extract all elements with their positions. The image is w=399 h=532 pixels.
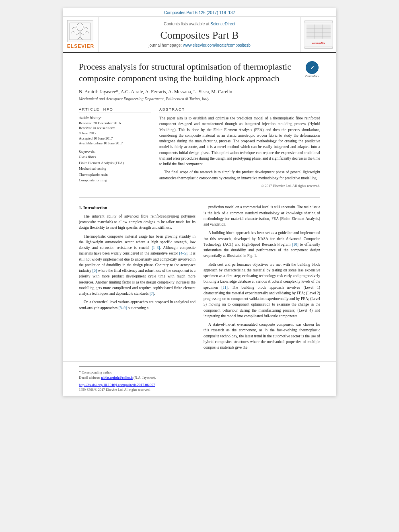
sciencedirect-label: Contents lists available at bbox=[164, 22, 209, 26]
crossmark-icon: ✓ bbox=[306, 61, 319, 74]
article-info-block: Article history: Received 20 December 20… bbox=[79, 115, 151, 183]
ref-6[interactable]: [6] bbox=[93, 269, 97, 273]
keyword-4: Thermoplastic resin bbox=[79, 172, 151, 177]
homepage-label: journal homepage: bbox=[148, 43, 182, 47]
journal-header-center: Contents lists available at ScienceDirec… bbox=[99, 17, 300, 52]
keywords-group: Keywords: Glass fibres Finite Element An… bbox=[79, 149, 151, 183]
ref-1-3[interactable]: [1–3] bbox=[152, 246, 160, 250]
email-link[interactable]: nithin.amirth@polito.it bbox=[101, 376, 133, 380]
svg-text:✓: ✓ bbox=[310, 65, 315, 71]
keyword-1: Glass fibres bbox=[79, 154, 151, 160]
article-title: Process analysis for structural optimisa… bbox=[79, 61, 300, 84]
article-history-group: Article history: Received 20 December 20… bbox=[79, 115, 151, 146]
affiliation: Mechanical and Aerospace Engineering Dep… bbox=[79, 97, 320, 101]
crossmark-label: CrossMark bbox=[305, 75, 319, 78]
body-para-2: Thermoplastic composite material usage h… bbox=[79, 234, 195, 297]
doi-line: http://dx.doi.org/10.1016/j.compositesb.… bbox=[79, 383, 320, 387]
abstract-text: The paper aim is to establish and optimi… bbox=[159, 115, 320, 189]
online-text: Available online 10 June 2017 bbox=[79, 141, 151, 146]
footnote: * Corresponding author. E-mail address: … bbox=[79, 366, 320, 380]
page: Composites Part B 126 (2017) 119–132 bbox=[63, 8, 336, 396]
svg-text:composites: composites bbox=[312, 41, 325, 45]
body-para-5: A building block approach has been set a… bbox=[204, 230, 320, 259]
citation-bar: Composites Part B 126 (2017) 119–132 bbox=[63, 8, 336, 17]
sciencedirect-link[interactable]: ScienceDirect bbox=[210, 22, 235, 26]
abstract-label: ABSTRACT bbox=[159, 107, 320, 113]
ref-7[interactable]: [7] bbox=[150, 292, 154, 296]
abstract-column: ABSTRACT The paper aim is to establish a… bbox=[159, 107, 320, 191]
journal-header: ELSEVIER Contents lists available at Sci… bbox=[63, 17, 336, 53]
ref-8-9[interactable]: [8–9] bbox=[119, 306, 127, 310]
accepted-text: Accepted 10 June 2017 bbox=[79, 136, 151, 141]
body-para-7: A state-of-the-art overmoulded composite… bbox=[204, 322, 320, 350]
citation-text: Composites Part B 126 (2017) 119–132 bbox=[164, 10, 235, 15]
article-title-section: Process analysis for structural optimisa… bbox=[79, 61, 320, 84]
footnote-symbol: * bbox=[79, 370, 81, 374]
section-divider bbox=[79, 197, 320, 198]
journal-homepage: journal homepage: www.elsevier.com/locat… bbox=[148, 43, 250, 47]
elsevier-logo-container: ELSEVIER bbox=[63, 17, 99, 52]
revised-date-text: 8 June 2017 bbox=[79, 131, 151, 136]
homepage-url[interactable]: www.elsevier.com/locate/compositesb bbox=[183, 43, 251, 47]
history-label: Article history: bbox=[79, 115, 151, 121]
keywords-list: Glass fibres Finite Element Analysis (FE… bbox=[79, 154, 151, 183]
doi-link[interactable]: http://dx.doi.org/10.1016/j.compositesb.… bbox=[79, 383, 155, 387]
body-para-3: On a theoretical level various approache… bbox=[79, 299, 195, 311]
body-para-6: Both cost and performance objectives are… bbox=[204, 262, 320, 319]
abstract-copyright: © 2017 Elsevier Ltd. All rights reserved… bbox=[159, 183, 320, 189]
elsevier-tree-art bbox=[67, 20, 93, 42]
composites-logo-container: composites bbox=[300, 17, 336, 52]
sciencedirect-line: Contents lists available at ScienceDirec… bbox=[164, 22, 235, 26]
journal-title: Composites Part B bbox=[160, 29, 239, 41]
abstract-para-2: The final scope of the research is to si… bbox=[159, 169, 320, 181]
body-col-left: 1. Introduction The inherent ability of … bbox=[79, 204, 195, 353]
main-content: Process analysis for structural optimisa… bbox=[63, 53, 336, 361]
article-info-abstract: ARTICLE INFO Article history: Received 2… bbox=[79, 107, 320, 191]
keywords-label: Keywords: bbox=[79, 149, 151, 154]
body-para-4: prediction model on a commercial level i… bbox=[204, 204, 320, 227]
issn-line: 1359-8368/© 2017 Elsevier Ltd. All right… bbox=[79, 388, 320, 392]
keyword-5: Composite forming bbox=[79, 177, 151, 183]
ref-10[interactable]: [10] bbox=[292, 242, 298, 246]
ref-4-5[interactable]: [4–5] bbox=[179, 251, 187, 255]
ref-11[interactable]: [11] bbox=[222, 286, 228, 290]
abstract-para-1: The paper aim is to establish and optimi… bbox=[159, 115, 320, 167]
intro-heading: 1. Introduction bbox=[79, 204, 195, 211]
received-text: Received 20 December 2016 bbox=[79, 121, 151, 126]
footnote-label: Corresponding author. bbox=[82, 370, 112, 374]
keyword-3: Mechanical testing bbox=[79, 166, 151, 171]
footer: * Corresponding author. E-mail address: … bbox=[63, 361, 336, 396]
revised-text: Received in revised form bbox=[79, 125, 151, 131]
elsevier-logo: ELSEVIER bbox=[67, 20, 94, 49]
body-col-right: prediction model on a commercial level i… bbox=[204, 204, 320, 353]
elsevier-text: ELSEVIER bbox=[67, 43, 94, 49]
body-text: 1. Introduction The inherent ability of … bbox=[79, 204, 320, 353]
composites-logo: composites bbox=[304, 21, 333, 49]
authors: N. Amirth Jayasree*, A.G. Airale, A. Fer… bbox=[79, 89, 320, 95]
email-suffix: (N.A. Jayasree). bbox=[134, 376, 156, 380]
authors-text: N. Amirth Jayasree*, A.G. Airale, A. Fer… bbox=[79, 89, 232, 94]
keyword-2: Finite Element Analysis (FEA) bbox=[79, 160, 151, 166]
email-label: E-mail address: bbox=[79, 376, 100, 380]
body-para-1: The inherent ability of advanced fibre r… bbox=[79, 214, 195, 231]
article-info-label: ARTICLE INFO bbox=[79, 107, 151, 113]
crossmark-container: ✓ CrossMark bbox=[304, 61, 320, 78]
article-info-column: ARTICLE INFO Article history: Received 2… bbox=[79, 107, 151, 191]
